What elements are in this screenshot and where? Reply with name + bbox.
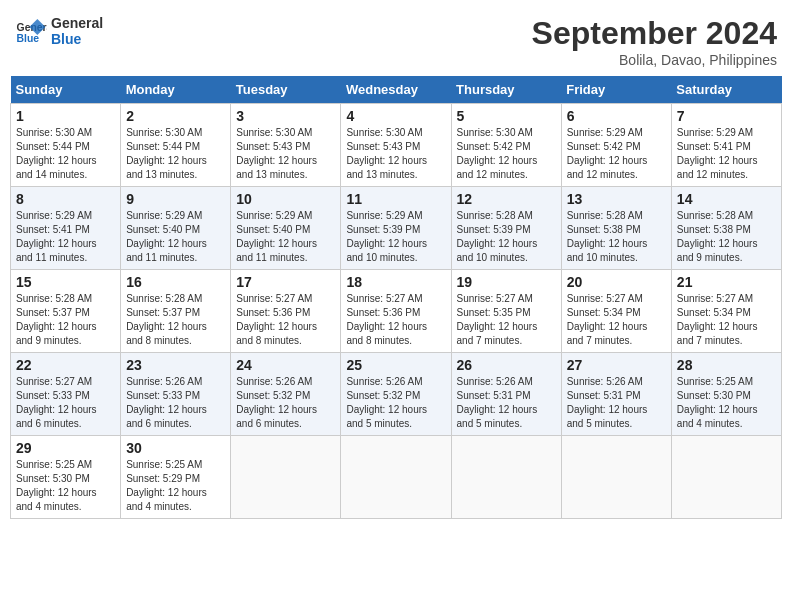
day-cell: 10Sunrise: 5:29 AM Sunset: 5:40 PM Dayli… <box>231 187 341 270</box>
day-info: Sunrise: 5:26 AM Sunset: 5:33 PM Dayligh… <box>126 375 225 431</box>
day-cell: 17Sunrise: 5:27 AM Sunset: 5:36 PM Dayli… <box>231 270 341 353</box>
column-header-thursday: Thursday <box>451 76 561 104</box>
day-info: Sunrise: 5:25 AM Sunset: 5:29 PM Dayligh… <box>126 458 225 514</box>
day-number: 13 <box>567 191 666 207</box>
day-number: 4 <box>346 108 445 124</box>
day-number: 5 <box>457 108 556 124</box>
day-info: Sunrise: 5:26 AM Sunset: 5:32 PM Dayligh… <box>236 375 335 431</box>
location: Bolila, Davao, Philippines <box>532 52 777 68</box>
column-header-friday: Friday <box>561 76 671 104</box>
day-info: Sunrise: 5:27 AM Sunset: 5:36 PM Dayligh… <box>236 292 335 348</box>
day-number: 1 <box>16 108 115 124</box>
title-block: September 2024 Bolila, Davao, Philippine… <box>532 15 777 68</box>
day-cell: 29Sunrise: 5:25 AM Sunset: 5:30 PM Dayli… <box>11 436 121 519</box>
day-cell: 30Sunrise: 5:25 AM Sunset: 5:29 PM Dayli… <box>121 436 231 519</box>
day-cell: 3Sunrise: 5:30 AM Sunset: 5:43 PM Daylig… <box>231 104 341 187</box>
day-cell: 20Sunrise: 5:27 AM Sunset: 5:34 PM Dayli… <box>561 270 671 353</box>
day-cell: 16Sunrise: 5:28 AM Sunset: 5:37 PM Dayli… <box>121 270 231 353</box>
page-header: General Blue General Blue September 2024… <box>10 10 782 68</box>
svg-text:Blue: Blue <box>17 33 40 44</box>
day-cell: 25Sunrise: 5:26 AM Sunset: 5:32 PM Dayli… <box>341 353 451 436</box>
day-info: Sunrise: 5:28 AM Sunset: 5:37 PM Dayligh… <box>16 292 115 348</box>
day-info: Sunrise: 5:27 AM Sunset: 5:34 PM Dayligh… <box>677 292 776 348</box>
day-info: Sunrise: 5:29 AM Sunset: 5:40 PM Dayligh… <box>126 209 225 265</box>
day-cell <box>561 436 671 519</box>
day-number: 7 <box>677 108 776 124</box>
day-number: 3 <box>236 108 335 124</box>
logo-icon: General Blue <box>15 15 47 47</box>
day-info: Sunrise: 5:27 AM Sunset: 5:35 PM Dayligh… <box>457 292 556 348</box>
day-cell: 18Sunrise: 5:27 AM Sunset: 5:36 PM Dayli… <box>341 270 451 353</box>
day-cell: 19Sunrise: 5:27 AM Sunset: 5:35 PM Dayli… <box>451 270 561 353</box>
day-number: 25 <box>346 357 445 373</box>
day-info: Sunrise: 5:28 AM Sunset: 5:38 PM Dayligh… <box>677 209 776 265</box>
day-cell: 6Sunrise: 5:29 AM Sunset: 5:42 PM Daylig… <box>561 104 671 187</box>
week-row-5: 29Sunrise: 5:25 AM Sunset: 5:30 PM Dayli… <box>11 436 782 519</box>
day-info: Sunrise: 5:27 AM Sunset: 5:33 PM Dayligh… <box>16 375 115 431</box>
day-info: Sunrise: 5:29 AM Sunset: 5:42 PM Dayligh… <box>567 126 666 182</box>
day-cell: 26Sunrise: 5:26 AM Sunset: 5:31 PM Dayli… <box>451 353 561 436</box>
day-info: Sunrise: 5:28 AM Sunset: 5:37 PM Dayligh… <box>126 292 225 348</box>
column-header-monday: Monday <box>121 76 231 104</box>
day-info: Sunrise: 5:28 AM Sunset: 5:39 PM Dayligh… <box>457 209 556 265</box>
calendar-table: SundayMondayTuesdayWednesdayThursdayFrid… <box>10 76 782 519</box>
day-cell: 9Sunrise: 5:29 AM Sunset: 5:40 PM Daylig… <box>121 187 231 270</box>
week-row-4: 22Sunrise: 5:27 AM Sunset: 5:33 PM Dayli… <box>11 353 782 436</box>
day-info: Sunrise: 5:26 AM Sunset: 5:31 PM Dayligh… <box>457 375 556 431</box>
day-number: 2 <box>126 108 225 124</box>
day-cell <box>671 436 781 519</box>
day-info: Sunrise: 5:30 AM Sunset: 5:42 PM Dayligh… <box>457 126 556 182</box>
day-cell: 12Sunrise: 5:28 AM Sunset: 5:39 PM Dayli… <box>451 187 561 270</box>
day-info: Sunrise: 5:30 AM Sunset: 5:43 PM Dayligh… <box>346 126 445 182</box>
day-cell <box>451 436 561 519</box>
day-number: 6 <box>567 108 666 124</box>
week-row-1: 1Sunrise: 5:30 AM Sunset: 5:44 PM Daylig… <box>11 104 782 187</box>
day-cell <box>341 436 451 519</box>
day-number: 20 <box>567 274 666 290</box>
day-cell: 11Sunrise: 5:29 AM Sunset: 5:39 PM Dayli… <box>341 187 451 270</box>
day-number: 16 <box>126 274 225 290</box>
day-cell: 14Sunrise: 5:28 AM Sunset: 5:38 PM Dayli… <box>671 187 781 270</box>
day-info: Sunrise: 5:30 AM Sunset: 5:44 PM Dayligh… <box>16 126 115 182</box>
week-row-2: 8Sunrise: 5:29 AM Sunset: 5:41 PM Daylig… <box>11 187 782 270</box>
day-cell: 2Sunrise: 5:30 AM Sunset: 5:44 PM Daylig… <box>121 104 231 187</box>
day-info: Sunrise: 5:29 AM Sunset: 5:40 PM Dayligh… <box>236 209 335 265</box>
day-number: 9 <box>126 191 225 207</box>
column-header-sunday: Sunday <box>11 76 121 104</box>
day-number: 14 <box>677 191 776 207</box>
day-number: 29 <box>16 440 115 456</box>
day-number: 15 <box>16 274 115 290</box>
day-info: Sunrise: 5:28 AM Sunset: 5:38 PM Dayligh… <box>567 209 666 265</box>
day-cell: 24Sunrise: 5:26 AM Sunset: 5:32 PM Dayli… <box>231 353 341 436</box>
day-cell: 28Sunrise: 5:25 AM Sunset: 5:30 PM Dayli… <box>671 353 781 436</box>
day-info: Sunrise: 5:25 AM Sunset: 5:30 PM Dayligh… <box>16 458 115 514</box>
logo-text-general: General <box>51 15 103 31</box>
day-number: 28 <box>677 357 776 373</box>
day-cell: 21Sunrise: 5:27 AM Sunset: 5:34 PM Dayli… <box>671 270 781 353</box>
day-number: 12 <box>457 191 556 207</box>
day-number: 8 <box>16 191 115 207</box>
column-header-tuesday: Tuesday <box>231 76 341 104</box>
logo: General Blue General Blue <box>15 15 103 47</box>
logo-text-blue: Blue <box>51 31 103 47</box>
day-number: 10 <box>236 191 335 207</box>
day-info: Sunrise: 5:30 AM Sunset: 5:43 PM Dayligh… <box>236 126 335 182</box>
column-header-wednesday: Wednesday <box>341 76 451 104</box>
column-header-saturday: Saturday <box>671 76 781 104</box>
day-cell: 15Sunrise: 5:28 AM Sunset: 5:37 PM Dayli… <box>11 270 121 353</box>
day-number: 30 <box>126 440 225 456</box>
day-info: Sunrise: 5:26 AM Sunset: 5:31 PM Dayligh… <box>567 375 666 431</box>
day-info: Sunrise: 5:29 AM Sunset: 5:41 PM Dayligh… <box>16 209 115 265</box>
day-cell: 27Sunrise: 5:26 AM Sunset: 5:31 PM Dayli… <box>561 353 671 436</box>
day-number: 27 <box>567 357 666 373</box>
day-number: 26 <box>457 357 556 373</box>
day-number: 18 <box>346 274 445 290</box>
column-headers: SundayMondayTuesdayWednesdayThursdayFrid… <box>11 76 782 104</box>
day-info: Sunrise: 5:29 AM Sunset: 5:41 PM Dayligh… <box>677 126 776 182</box>
day-cell: 13Sunrise: 5:28 AM Sunset: 5:38 PM Dayli… <box>561 187 671 270</box>
day-info: Sunrise: 5:26 AM Sunset: 5:32 PM Dayligh… <box>346 375 445 431</box>
day-cell: 7Sunrise: 5:29 AM Sunset: 5:41 PM Daylig… <box>671 104 781 187</box>
day-cell: 23Sunrise: 5:26 AM Sunset: 5:33 PM Dayli… <box>121 353 231 436</box>
day-number: 22 <box>16 357 115 373</box>
day-info: Sunrise: 5:29 AM Sunset: 5:39 PM Dayligh… <box>346 209 445 265</box>
